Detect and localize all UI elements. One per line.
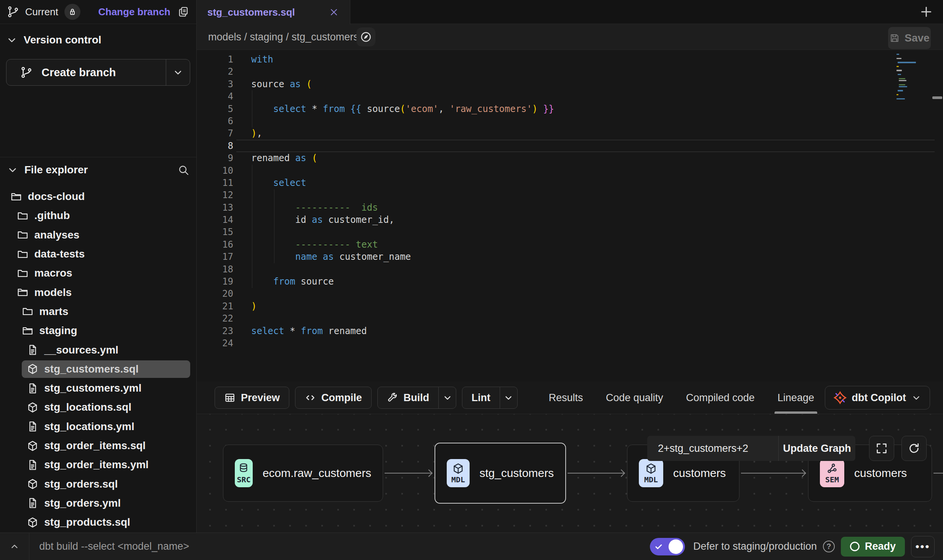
tree-item-stg-customers-sql[interactable]: stg_customers.sql — [0, 360, 196, 379]
lineage-node-src-ecom-raw-customers[interactable]: SRCecom.raw_customers — [223, 445, 383, 502]
lineage-filter-input[interactable]: 2+stg_customers+2 — [647, 436, 778, 461]
tab-lineage[interactable]: Lineage — [778, 382, 814, 414]
code-line-24: 24 — [197, 337, 943, 349]
save-icon — [889, 33, 900, 43]
cube-icon — [645, 462, 657, 475]
lint-button[interactable]: Lint — [462, 387, 517, 409]
build-button[interactable]: Build — [377, 387, 457, 409]
code-line-20: 20 — [197, 288, 943, 300]
code-line-2: 2 — [197, 66, 943, 78]
save-button[interactable]: Save — [888, 27, 931, 49]
tree-item-stg-products-sql[interactable]: stg_products.sql — [0, 513, 196, 532]
update-graph-button[interactable]: Update Graph — [778, 436, 855, 461]
tree-item--sources-yml[interactable]: __sources.yml — [0, 340, 196, 359]
code-icon — [305, 392, 316, 403]
tree-item-docs-cloud[interactable]: docs-cloud — [0, 187, 196, 206]
new-tab-plus-icon[interactable] — [919, 4, 934, 19]
lineage-filter-group: 2+stg_customers+2 Update Graph — [647, 436, 855, 461]
tree-item-data-tests[interactable]: data-tests — [0, 245, 196, 264]
navigate-compass-button[interactable] — [356, 27, 375, 46]
line-number: 11 — [197, 177, 233, 189]
tree-item-stg-order-items-sql[interactable]: stg_order_items.sql — [0, 436, 196, 455]
tree-item-label: data-tests — [34, 248, 85, 260]
command-input[interactable]: dbt build --select <model_name> — [39, 541, 189, 552]
button-label: Preview — [241, 392, 280, 404]
badge-label: MDL — [644, 475, 658, 484]
dbt-copilot-button[interactable]: dbt Copilot — [825, 386, 930, 410]
tree-item--github[interactable]: .github — [0, 206, 196, 225]
minimap-line — [896, 54, 899, 55]
tab-compiled-code[interactable]: Compiled code — [686, 382, 755, 414]
ready-status-badge[interactable]: Ready — [841, 537, 905, 557]
more-options-button[interactable]: ••• — [911, 536, 935, 557]
tree-item-analyses[interactable]: analyses — [0, 226, 196, 245]
lineage-node-mdl-stg-customers[interactable]: MDLstg_customers — [435, 443, 566, 504]
tree-item-staging[interactable]: staging — [0, 321, 196, 340]
create-branch-button[interactable]: Create branch — [6, 59, 190, 86]
change-branch-link[interactable]: Change branch — [98, 6, 170, 18]
preview-button[interactable]: Preview — [215, 387, 289, 409]
scrollbar-marker[interactable] — [932, 96, 942, 99]
tree-item-stg-locations-sql[interactable]: stg_locations.sql — [0, 398, 196, 417]
minimap[interactable] — [896, 54, 924, 107]
create-branch-dropdown[interactable] — [166, 59, 190, 85]
tab-title: stg_customers.sql — [207, 6, 295, 18]
file-explorer-title: File explorer — [24, 164, 88, 176]
fullscreen-button[interactable] — [869, 436, 894, 461]
line-number: 17 — [197, 251, 233, 263]
copy-branch-icon[interactable] — [177, 6, 189, 18]
tree-item-marts[interactable]: marts — [0, 302, 196, 321]
tree-item-macros[interactable]: macros — [0, 264, 196, 283]
node-badge-mdl: MDL — [447, 459, 470, 487]
file-explorer-header[interactable]: File explorer — [0, 157, 196, 182]
status-bar-right: Defer to staging/production ? Ready ••• — [650, 536, 935, 557]
minimap-line — [898, 74, 901, 75]
tree-item-stg-orders-yml[interactable]: stg_orders.yml — [0, 494, 196, 513]
code-editor[interactable]: 1with23source as (45 select * from {{ so… — [197, 50, 943, 382]
branch-bar: Current Change branch — [0, 0, 196, 24]
line-number: 5 — [197, 103, 233, 115]
help-icon[interactable]: ? — [823, 541, 835, 552]
code-text: ) — [251, 300, 257, 312]
tab-code-quality[interactable]: Code quality — [606, 382, 663, 414]
code-text: with — [251, 53, 273, 66]
lint-dropdown[interactable] — [500, 387, 517, 408]
tree-item-label: stg_products.sql — [44, 516, 130, 528]
indent-guide — [252, 165, 252, 288]
fullscreen-icon — [875, 442, 888, 455]
tree-item-stg-order-items-yml[interactable]: stg_order_items.yml — [0, 455, 196, 474]
chevron-down-icon[interactable] — [6, 34, 18, 46]
tab-stg-customers-sql[interactable]: stg_customers.sql — [197, 0, 350, 24]
sidebar: Current Change branch Version control Cr… — [0, 0, 197, 533]
tab-results[interactable]: Results — [549, 382, 583, 414]
breadcrumb: models / staging / stg_customers.sql — [208, 31, 375, 43]
tree-item-stg-orders-sql[interactable]: stg_orders.sql — [0, 474, 196, 493]
search-icon[interactable] — [177, 164, 189, 176]
code-text: source as ( — [251, 78, 312, 90]
badge-label: MDL — [451, 475, 465, 484]
version-control-header[interactable]: Version control — [6, 34, 190, 46]
model-icon — [27, 440, 38, 452]
chevron-down-icon[interactable] — [7, 164, 18, 176]
code-text: ---------- text — [251, 238, 378, 251]
defer-toggle[interactable] — [650, 538, 685, 555]
folder-icon — [17, 267, 29, 279]
ready-label: Ready — [865, 541, 896, 552]
tree-item-models[interactable]: models — [0, 283, 196, 302]
compile-button[interactable]: Compile — [295, 387, 372, 409]
build-dropdown[interactable] — [439, 387, 456, 408]
create-branch-main[interactable]: Create branch — [6, 59, 166, 85]
create-branch-label: Create branch — [42, 66, 116, 79]
refresh-button[interactable] — [901, 436, 927, 461]
collapse-command-bar-button[interactable] — [0, 533, 29, 560]
line-number: 3 — [197, 78, 233, 90]
code-line-19: 19 from source — [197, 275, 943, 288]
version-control-section: Version control Create branch — [0, 34, 196, 86]
line-number: 12 — [197, 189, 233, 201]
close-icon[interactable] — [329, 7, 339, 18]
status-circle-icon — [850, 542, 860, 551]
minimap-line — [899, 86, 907, 87]
tree-item-stg-locations-yml[interactable]: stg_locations.yml — [0, 417, 196, 436]
lineage-edge — [933, 473, 943, 474]
tree-item-stg-customers-yml[interactable]: stg_customers.yml — [0, 379, 196, 398]
